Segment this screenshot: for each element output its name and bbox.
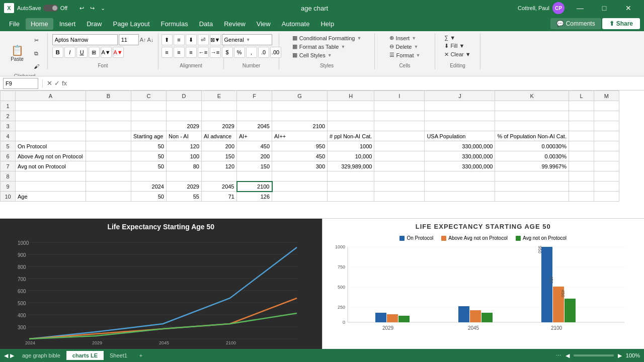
cell-2-7[interactable] xyxy=(328,111,374,121)
cell-styles-button[interactable]: ▦ Cell Styles ▼ xyxy=(290,51,364,59)
cell-9-11[interactable] xyxy=(569,182,594,192)
cell-7-6[interactable]: 300 xyxy=(272,161,328,171)
cell-9-5[interactable]: 2100 xyxy=(237,182,272,192)
cell-9-1[interactable] xyxy=(86,182,131,192)
cell-7-9[interactable]: 330,000,000 xyxy=(425,161,495,171)
menu-view[interactable]: View xyxy=(252,18,276,30)
cell-7-3[interactable]: 80 xyxy=(167,161,202,171)
currency-button[interactable]: $ xyxy=(222,47,233,58)
share-button[interactable]: ⬆ Share xyxy=(602,18,640,29)
cell-reference-box[interactable]: F9 xyxy=(3,78,38,89)
col-header-m[interactable]: M xyxy=(594,91,619,101)
cell-7-11[interactable] xyxy=(569,161,594,171)
sum-button[interactable]: ∑ ▼ xyxy=(442,34,472,41)
cell-4-10[interactable]: % of Population Non-AI Cat. xyxy=(495,131,569,141)
menu-home[interactable]: Home xyxy=(26,18,53,30)
cell-6-4[interactable]: 150 xyxy=(202,151,237,161)
cell-1-2[interactable] xyxy=(131,101,167,111)
cell-4-3[interactable]: Non - AI xyxy=(167,131,202,141)
comma-button[interactable]: , xyxy=(246,47,257,58)
left-chart[interactable]: Life Expectancy Starting Age 50 1000 900… xyxy=(0,219,323,349)
cell-6-5[interactable]: 200 xyxy=(237,151,272,161)
cell-8-9[interactable] xyxy=(425,171,495,182)
cell-2-11[interactable] xyxy=(569,111,594,121)
cell-7-5[interactable]: 150 xyxy=(237,161,272,171)
cell-4-2[interactable]: Starting age xyxy=(131,131,167,141)
cancel-formula-icon[interactable]: ✕ xyxy=(47,79,52,87)
menu-help[interactable]: Help xyxy=(315,18,339,30)
cell-9-10[interactable] xyxy=(495,182,569,192)
cut-button[interactable]: ✂ xyxy=(29,34,43,46)
row-header-5[interactable]: 5 xyxy=(1,141,16,151)
row-header-2[interactable]: 2 xyxy=(1,111,16,121)
cell-9-2[interactable]: 2024 xyxy=(131,182,167,192)
cell-7-10[interactable]: 99.9967% xyxy=(495,161,569,171)
cell-1-11[interactable] xyxy=(569,101,594,111)
cell-5-9[interactable]: 330,000,000 xyxy=(425,141,495,151)
cell-1-3[interactable] xyxy=(167,101,202,111)
cell-10-10[interactable] xyxy=(495,192,569,202)
cell-5-10[interactable]: 0.00030% xyxy=(495,141,569,151)
insert-button[interactable]: ⊕ Insert ▼ xyxy=(387,34,423,42)
col-header-i[interactable]: I xyxy=(374,91,425,101)
row-header-3[interactable]: 3 xyxy=(1,121,16,131)
menu-automate[interactable]: Automate xyxy=(277,18,315,30)
maximize-button[interactable]: □ xyxy=(593,0,616,16)
row-header-8[interactable]: 8 xyxy=(1,171,16,182)
cell-3-9[interactable] xyxy=(425,121,495,131)
menu-draw[interactable]: Draw xyxy=(82,18,107,30)
bold-button[interactable]: B xyxy=(52,47,63,58)
row-header-9[interactable]: 9 xyxy=(1,182,16,192)
cell-5-7[interactable]: 1000 xyxy=(328,141,374,151)
cell-5-5[interactable]: 450 xyxy=(237,141,272,151)
cell-1-1[interactable] xyxy=(86,101,131,111)
cell-5-12[interactable] xyxy=(594,141,619,151)
italic-button[interactable]: I xyxy=(64,47,75,58)
cell-3-10[interactable] xyxy=(495,121,569,131)
cell-9-7[interactable] xyxy=(328,182,374,192)
menu-file[interactable]: File xyxy=(4,18,25,30)
format-painter-button[interactable]: 🖌 xyxy=(29,60,43,72)
col-header-b[interactable]: B xyxy=(86,91,131,101)
cell-8-2[interactable] xyxy=(131,171,167,182)
comments-button[interactable]: 💬 Comments xyxy=(550,18,601,29)
align-left-button[interactable]: ≡ xyxy=(162,47,173,58)
paste-button[interactable]: 📋 Paste xyxy=(6,40,28,66)
sheet-tab-age-graph[interactable]: age graph bible xyxy=(16,351,66,360)
cell-9-0[interactable] xyxy=(16,182,86,192)
cell-2-12[interactable] xyxy=(594,111,619,121)
cell-10-6[interactable] xyxy=(272,192,328,202)
minimize-button[interactable]: — xyxy=(569,0,592,16)
sheet-tab-charts-le[interactable]: charts LE xyxy=(66,351,104,360)
cell-8-3[interactable] xyxy=(167,171,202,182)
cell-1-9[interactable] xyxy=(425,101,495,111)
cell-4-5[interactable]: AI+ xyxy=(237,131,272,141)
cell-10-3[interactable]: 55 xyxy=(167,192,202,202)
cell-8-8[interactable] xyxy=(374,171,425,182)
cell-2-10[interactable] xyxy=(495,111,569,121)
cell-2-2[interactable] xyxy=(131,111,167,121)
row-header-7[interactable]: 7 xyxy=(1,161,16,171)
cell-8-5[interactable] xyxy=(237,171,272,182)
cell-3-0[interactable] xyxy=(16,121,86,131)
col-header-k[interactable]: K xyxy=(495,91,569,101)
redo-icon[interactable]: ↪ xyxy=(88,4,97,13)
font-size-decrease[interactable]: A↓ xyxy=(147,37,154,43)
cell-5-3[interactable]: 120 xyxy=(167,141,202,151)
cell-2-9[interactable] xyxy=(425,111,495,121)
border-button[interactable]: ⊞ xyxy=(89,47,100,58)
cell-8-12[interactable] xyxy=(594,171,619,182)
col-header-e[interactable]: E xyxy=(202,91,237,101)
cell-8-4[interactable] xyxy=(202,171,237,182)
cell-1-10[interactable] xyxy=(495,101,569,111)
cell-1-12[interactable] xyxy=(594,101,619,111)
cell-10-0[interactable]: Age xyxy=(16,192,86,202)
cell-3-3[interactable]: 2029 xyxy=(167,121,202,131)
scroll-bar-right[interactable]: ▶ xyxy=(618,352,622,359)
col-header-a[interactable]: A xyxy=(16,91,86,101)
confirm-formula-icon[interactable]: ✓ xyxy=(54,79,60,87)
cell-3-7[interactable] xyxy=(328,121,374,131)
cell-9-8[interactable] xyxy=(374,182,425,192)
number-format-dropdown[interactable]: General ▼ xyxy=(222,34,272,45)
cell-7-0[interactable]: Avg not on Protocol xyxy=(16,161,86,171)
